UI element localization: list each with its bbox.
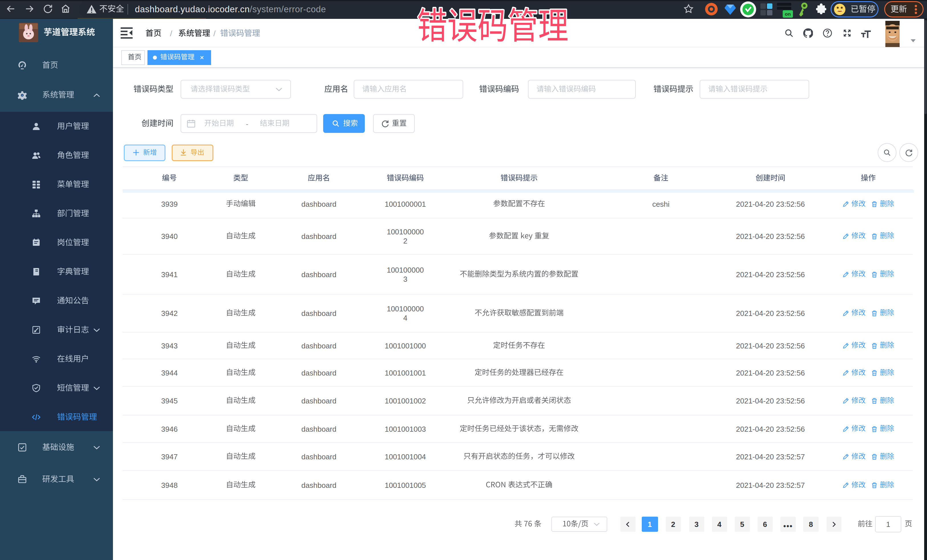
svg-text:on: on <box>785 11 791 17</box>
